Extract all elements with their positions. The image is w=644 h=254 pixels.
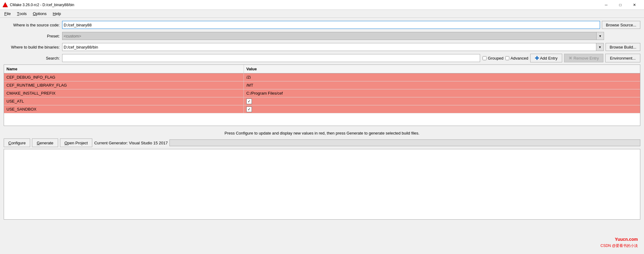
checkbox-value-5[interactable]: ✓ <box>246 107 252 112</box>
cell-name-4: USE_ATL <box>4 97 244 105</box>
open-project-button[interactable]: Open Project <box>60 139 93 147</box>
cell-name-5: USE_SANDBOX <box>4 105 244 113</box>
minimize-button[interactable]: ─ <box>599 0 613 10</box>
title-bar-text: CMake 3.26.0-rc2 - D:/cef_binary88/bin <box>10 3 599 7</box>
search-options: Grouped Advanced ✚ Add Entry ✖ Remove En… <box>483 54 640 62</box>
browse-build-button[interactable]: Browse Build... <box>606 43 640 51</box>
cell-value-5: ✓ <box>244 105 640 113</box>
table-row[interactable]: CEF_RUNTIME_LIBRARY_FLAG /MT <box>4 81 640 89</box>
remove-entry-button[interactable]: ✖ Remove Entry <box>564 54 603 62</box>
bottom-bar: Configure Generate Open Project Current … <box>4 139 640 147</box>
grouped-checkbox[interactable] <box>483 56 487 60</box>
menu-help[interactable]: Help <box>50 10 64 18</box>
preset-label: Preset: <box>4 34 62 38</box>
log-area <box>4 149 640 220</box>
cell-value-1: /Zi <box>244 73 640 81</box>
add-entry-button[interactable]: ✚ Add Entry <box>530 54 562 62</box>
menu-options[interactable]: Options <box>30 10 50 18</box>
svg-marker-0 <box>3 2 8 7</box>
menu-bar: File Tools Options Help <box>0 10 644 18</box>
environment-label: Environment... <box>610 56 636 61</box>
title-bar-controls: ─ □ ✕ <box>599 0 642 10</box>
column-header-value: Value <box>244 65 640 73</box>
build-binaries-row: Where to build the binaries: ▼ Browse Bu… <box>4 42 640 52</box>
cell-name-2: CEF_RUNTIME_LIBRARY_FLAG <box>4 81 244 89</box>
build-arrow-icon[interactable]: ▼ <box>596 43 603 51</box>
preset-dropdown[interactable]: ▼ <box>62 32 604 40</box>
checkbox-value-4[interactable]: ✓ <box>246 99 252 104</box>
progress-bar <box>169 139 640 146</box>
preset-row: Preset: ▼ <box>4 31 640 41</box>
close-button[interactable]: ✕ <box>627 0 642 10</box>
build-binaries-dropdown[interactable]: ▼ <box>62 43 604 51</box>
advanced-checkbox[interactable] <box>505 56 509 60</box>
table-row[interactable]: USE_SANDBOX ✓ <box>4 105 640 113</box>
cell-value-3: C:/Program Files/cef <box>244 89 640 97</box>
cell-value-4: ✓ <box>244 97 640 105</box>
column-header-name: Name <box>4 65 244 73</box>
remove-icon: ✖ <box>569 56 572 61</box>
watermark-line1: Yuucn.com <box>615 237 638 242</box>
generate-button[interactable]: Generate <box>32 139 58 147</box>
search-input[interactable] <box>62 54 480 62</box>
cell-value-2: /MT <box>244 81 640 89</box>
search-row: Search: Grouped Advanced ✚ Add Entry ✖ R… <box>4 53 640 63</box>
remove-entry-label: Remove Entry <box>574 56 599 61</box>
menu-tools[interactable]: Tools <box>14 10 30 18</box>
cell-name-1: CEF_DEBUG_INFO_FLAG <box>4 73 244 81</box>
entries-table: Name Value CEF_DEBUG_INFO_FLAG /Zi CEF_R… <box>4 64 640 126</box>
generator-text: Current Generator: Visual Studio 15 2017 <box>94 141 168 145</box>
menu-file[interactable]: File <box>1 10 14 18</box>
build-binaries-label: Where to build the binaries: <box>4 45 62 49</box>
grouped-checkbox-label[interactable]: Grouped <box>483 56 503 61</box>
configure-button[interactable]: Configure <box>4 139 30 147</box>
environment-button[interactable]: Environment... <box>605 54 640 62</box>
status-text: Press Configure to update and display ne… <box>4 128 640 139</box>
table-header: Name Value <box>4 65 640 73</box>
advanced-checkbox-label[interactable]: Advanced <box>505 56 528 61</box>
source-code-input[interactable] <box>62 21 600 29</box>
title-bar: CMake 3.26.0-rc2 - D:/cef_binary88/bin ─… <box>0 0 644 10</box>
add-entry-label: Add Entry <box>540 56 558 61</box>
main-content: Where is the source code: Browse Source.… <box>0 18 644 222</box>
preset-arrow-icon[interactable]: ▼ <box>596 32 604 40</box>
browse-source-button[interactable]: Browse Source... <box>602 21 640 29</box>
app-icon <box>2 2 8 8</box>
table-row[interactable]: CMAKE_INSTALL_PREFIX C:/Program Files/ce… <box>4 89 640 97</box>
add-icon: ✚ <box>535 55 539 61</box>
maximize-button[interactable]: □ <box>613 0 627 10</box>
source-code-row: Where is the source code: Browse Source.… <box>4 20 640 29</box>
build-binaries-input[interactable] <box>62 43 596 51</box>
table-row[interactable]: USE_ATL ✓ <box>4 97 640 105</box>
preset-input[interactable] <box>62 32 596 40</box>
cell-name-3: CMAKE_INSTALL_PREFIX <box>4 89 244 97</box>
advanced-label: Advanced <box>511 56 528 61</box>
source-code-label: Where is the source code: <box>4 23 62 27</box>
grouped-label: Grouped <box>488 56 503 61</box>
table-empty-space <box>4 113 640 126</box>
table-row[interactable]: CEF_DEBUG_INFO_FLAG /Zi <box>4 73 640 81</box>
watermark-line2: CSDN @爱看书的小淡 <box>600 243 638 248</box>
search-label: Search: <box>4 56 62 61</box>
